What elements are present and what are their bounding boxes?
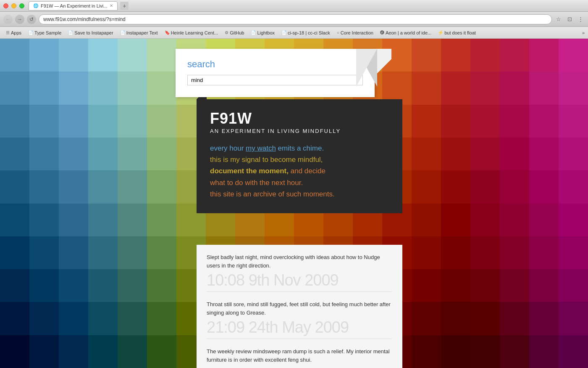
refresh-button[interactable]: ↺ <box>27 15 36 24</box>
doc-icon-3: 📄 <box>120 30 125 35</box>
bg-cell <box>529 204 559 236</box>
bg-cell <box>0 39 29 71</box>
bg-cell <box>529 71 559 104</box>
bookmark-float-label: but does it float <box>444 30 476 35</box>
bg-cell <box>500 170 529 203</box>
bookmark-lightbox[interactable]: 📄 Lightbox <box>248 29 277 36</box>
star-button[interactable]: ☆ <box>554 15 563 24</box>
back-button[interactable]: ← <box>3 15 13 24</box>
apps-icon: ☰ <box>6 30 10 35</box>
hero-line3-bold: document the moment, <box>210 167 289 175</box>
circle-icon: ○ <box>337 30 339 35</box>
bg-cell <box>559 39 588 71</box>
bg-cell <box>29 170 59 203</box>
bookmark-apps[interactable]: ☰ Apps <box>3 29 24 36</box>
bg-cell <box>529 269 559 302</box>
search-input[interactable] <box>187 75 363 85</box>
bg-cell <box>412 335 441 368</box>
browser-chrome: ← → ↺ www.f91w.com/mindfulness/?s=mind ☆… <box>0 12 588 27</box>
bg-cell <box>118 335 147 368</box>
bg-cell <box>59 39 88 71</box>
entry-3-text: The weekly review mindsweep ram dump is … <box>207 347 392 364</box>
maximize-button[interactable] <box>19 3 24 8</box>
bookmark-slack[interactable]: 📄 ci-sp-18 | cc-ci Slack <box>279 29 333 36</box>
bookmark-type-sample-label: Type Sample <box>34 30 61 35</box>
bg-cell <box>118 204 147 236</box>
bg-cell <box>29 138 59 170</box>
menu-button[interactable]: ⋮ <box>576 15 585 24</box>
bg-cell <box>59 335 88 368</box>
slack-icon: 📄 <box>281 30 286 35</box>
bg-cell <box>412 170 441 203</box>
entry-2-text: Throat still sore, mind still fugged, fe… <box>207 300 392 317</box>
search-overlay: search <box>176 49 375 97</box>
hero-line2-yellow: this is my signal to become mindful, <box>210 156 323 164</box>
bg-cell <box>470 302 500 335</box>
tab-favicon: 🌐 <box>33 3 38 8</box>
bookmark-aeon[interactable]: 🅐 Aeon | a world of ide... <box>378 29 434 36</box>
minimize-button[interactable] <box>11 3 16 8</box>
bg-cell <box>88 236 118 269</box>
bg-cell <box>412 138 441 170</box>
aeon-icon: 🅐 <box>380 30 384 35</box>
bg-cell <box>147 236 176 269</box>
bg-cell <box>0 105 29 138</box>
github-icon: ⚙ <box>225 30 228 35</box>
bg-cell <box>147 105 176 138</box>
bg-cell <box>118 269 147 302</box>
bookmark-float[interactable]: ⚡ but does it float <box>436 29 478 36</box>
bg-cell <box>529 170 559 203</box>
bg-cell <box>118 170 147 203</box>
bg-cell <box>118 105 147 138</box>
bg-cell <box>500 335 529 368</box>
bookmark-instapaper-text[interactable]: 📄 Instapaper Text <box>118 29 160 36</box>
bookmark-core-interaction[interactable]: ○ Core Interaction <box>334 29 376 36</box>
bg-cell <box>0 269 29 302</box>
address-bar[interactable]: www.f91w.com/mindfulness/?s=mind <box>39 14 552 24</box>
bg-cell <box>147 302 176 335</box>
bookmark-heinle[interactable]: 🔖 Heinle Learning Cent... <box>162 29 221 36</box>
bg-cell <box>88 39 118 71</box>
bg-cell <box>147 170 176 203</box>
bg-cell <box>412 71 441 104</box>
bg-cell <box>441 302 470 335</box>
bookmark-slack-label: ci-sp-18 | cc-ci Slack <box>288 30 330 35</box>
bg-cell <box>500 71 529 104</box>
bg-cell <box>441 170 470 203</box>
close-button[interactable] <box>3 3 8 8</box>
bg-cell <box>147 138 176 170</box>
bg-cell <box>559 302 588 335</box>
bg-cell <box>59 269 88 302</box>
bg-cell <box>500 138 529 170</box>
bookmark-instapaper-text-label: Instapaper Text <box>126 30 158 35</box>
tab-close-button[interactable]: ✕ <box>110 3 113 8</box>
bookmark-github[interactable]: ⚙ GitHub <box>222 29 247 36</box>
entry-3: The weekly review mindsweep ram dump is … <box>197 339 402 368</box>
bg-cell <box>88 204 118 236</box>
hero-line1: every hour my watch emits a chime. <box>210 143 389 154</box>
bookmark-save-instapaper[interactable]: 📄 Save to Instapaper <box>66 29 116 36</box>
content-area: Slept badly last night, mind overclockin… <box>197 245 402 368</box>
page-content: search F91W AN EXPERIMENT IN LIVING MIND… <box>0 39 588 368</box>
bg-cell <box>470 170 500 203</box>
bg-cell <box>441 138 470 170</box>
bg-cell <box>59 71 88 104</box>
bg-cell <box>470 204 500 236</box>
hero-title: F91W <box>210 111 389 126</box>
bookmark-type-sample[interactable]: 📄 Type Sample <box>26 29 64 36</box>
more-bookmarks-button[interactable]: » <box>582 30 585 35</box>
bg-cell <box>0 236 29 269</box>
forward-button[interactable]: → <box>15 15 24 24</box>
bookmark-lightbox-label: Lightbox <box>257 30 275 35</box>
bg-cell <box>529 138 559 170</box>
hero-subtitle: AN EXPERIMENT IN LIVING MINDFULLY <box>210 128 389 134</box>
new-tab-button[interactable]: + <box>120 2 129 10</box>
bg-cell <box>147 71 176 104</box>
bg-cell <box>88 138 118 170</box>
bg-cell <box>0 204 29 236</box>
bg-cell <box>88 71 118 104</box>
bg-cell <box>529 39 559 71</box>
active-tab[interactable]: 🌐 F91W — An Experiment in Livi... ✕ <box>29 1 118 11</box>
bookmark-button[interactable]: ⊡ <box>565 15 574 24</box>
bg-cell <box>147 39 176 71</box>
